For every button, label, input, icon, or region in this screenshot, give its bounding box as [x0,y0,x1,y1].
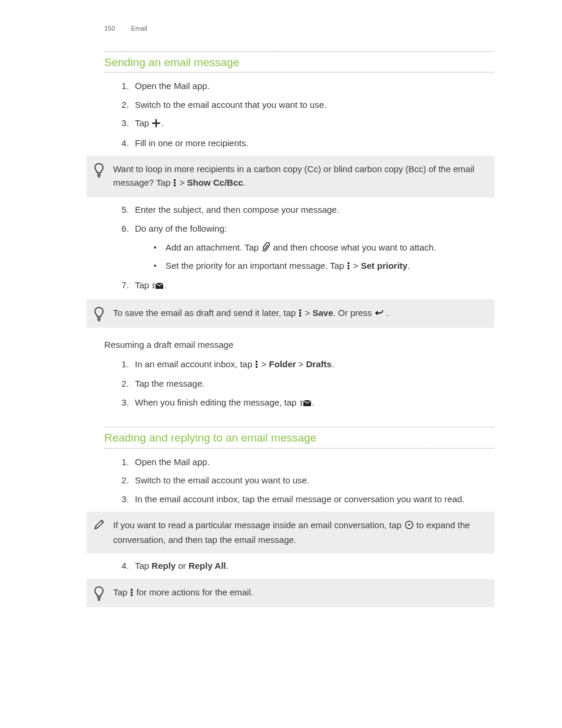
section-title-sending: Sending an email message [104,51,494,73]
list-item: In the email account inbox, tap the emai… [131,493,494,506]
step-bold: Reply All [189,561,226,571]
steps-list-sending: Open the Mail app. Switch to the email a… [87,80,494,150]
pencil-icon [93,518,106,531]
list-item: In an email account inbox, tap > Folder … [131,358,494,373]
step-text: When you finish editing the message, tap [135,397,299,407]
step-text: and then choose what you want to attach. [270,242,436,252]
svg-rect-15 [131,589,133,591]
svg-rect-0 [174,179,176,181]
breadcrumb: Email [131,25,147,32]
list-item: Tap Reply or Reply All. [131,559,494,573]
step-text: or [176,561,189,571]
svg-rect-11 [256,363,257,365]
step-text: Do any of the following: [135,223,227,233]
send-mail-icon [152,280,164,294]
step-text: . [332,359,334,369]
send-mail-icon [300,397,312,411]
step-text: . [161,118,163,128]
menu-dots-icon [130,587,133,601]
step-text: . [312,397,315,407]
lightbulb-icon [93,586,105,601]
list-item: Add an attachment. Tap and then choose w… [154,241,494,256]
subheading-resuming: Resuming a draft email message [104,338,494,352]
list-item: Fill in one or more recipients. [131,137,494,150]
tip-text: > [302,308,312,318]
menu-dots-icon [299,308,302,321]
step-text: > [351,261,361,271]
step-text: > [296,359,306,369]
note-box: If you want to read a particular message… [87,512,494,554]
tip-bold: Save [312,308,333,318]
list-item: Switch to the email account you want to … [131,474,494,487]
list-item: Tap . [131,117,494,131]
svg-rect-10 [256,361,257,363]
list-item: Tap . [131,279,494,294]
back-icon [375,308,384,321]
svg-rect-9 [299,315,301,317]
plus-icon [152,118,160,131]
step-text: . [226,561,229,571]
list-item: Set the priority for an important messag… [154,259,494,274]
step-bold: Drafts [306,359,332,369]
step-text: Open the Mail app. [135,81,210,91]
svg-rect-2 [174,185,176,186]
lightbulb-icon [93,163,105,178]
tip-text: To save the email as draft and send it l… [113,308,298,318]
page-number: 150 [104,25,115,32]
step-text: . [164,280,167,290]
step-text: . [408,261,410,271]
list-item: Switch to the email account that you wan… [131,98,494,112]
svg-rect-8 [299,312,301,314]
steps-list-sending-cont: Enter the subject, and then compose your… [87,203,494,294]
tip-bold: Show Cc/Bcc [187,177,243,187]
list-item: When you finish editing the message, tap… [131,396,494,411]
step-text: Enter the subject, and then compose your… [135,205,339,215]
step-bold: Set priority [361,261,408,271]
tip-box: To save the email as draft and send it l… [87,299,494,328]
step-text: In the email account inbox, tap the emai… [135,494,464,504]
list-item: Open the Mail app. [131,456,494,469]
svg-rect-5 [348,268,349,269]
list-item: Tap the message. [131,377,494,391]
page-header: 150 Email [104,24,494,34]
menu-dots-icon [347,261,350,274]
step-text: Tap [135,118,151,128]
tip-text: for more actions for the email. [134,587,253,597]
attachment-icon [262,242,270,256]
step-text: Tap the message. [135,378,204,388]
step-text: Switch to the email account that you wan… [135,100,326,110]
step-text: Tap [135,280,151,290]
menu-dots-icon [255,359,258,373]
step-bold: Reply [151,561,176,571]
svg-rect-3 [348,262,349,264]
svg-rect-4 [348,265,349,266]
expand-circle-icon [405,520,414,533]
tip-text: . [384,308,389,318]
sub-list: Add an attachment. Tap and then choose w… [135,241,494,274]
tip-box: Want to loop in more recipients in a car… [87,156,494,197]
tip-text: Tap [113,587,130,597]
step-text: In an email account inbox, tap [135,359,254,369]
step-text: Switch to the email account you want to … [135,475,309,485]
svg-rect-1 [174,182,176,183]
tip-text: . Or press [333,308,375,318]
svg-rect-16 [131,591,133,593]
list-item: Open the Mail app. [131,80,494,93]
step-text: Fill in one or more recipients. [135,138,249,148]
step-text: Tap [135,561,151,571]
svg-rect-17 [131,594,133,596]
tip-text: . [243,177,246,187]
step-bold: Folder [269,359,296,369]
list-item: Enter the subject, and then compose your… [131,203,494,217]
note-text: If you want to read a particular message… [113,520,404,530]
step-text: Set the priority for an important messag… [166,261,346,271]
svg-rect-7 [299,309,301,311]
list-item: Do any of the following: Add an attachme… [131,222,494,274]
svg-rect-12 [256,366,257,368]
section-title-reading: Reading and replying to an email message [104,427,494,449]
tip-text: Want to loop in more recipients in a car… [113,164,474,187]
step-text: Add an attachment. Tap [166,242,261,252]
tip-text: > [177,177,187,187]
step-text: Open the Mail app. [135,457,210,467]
step-text: > [259,359,269,369]
